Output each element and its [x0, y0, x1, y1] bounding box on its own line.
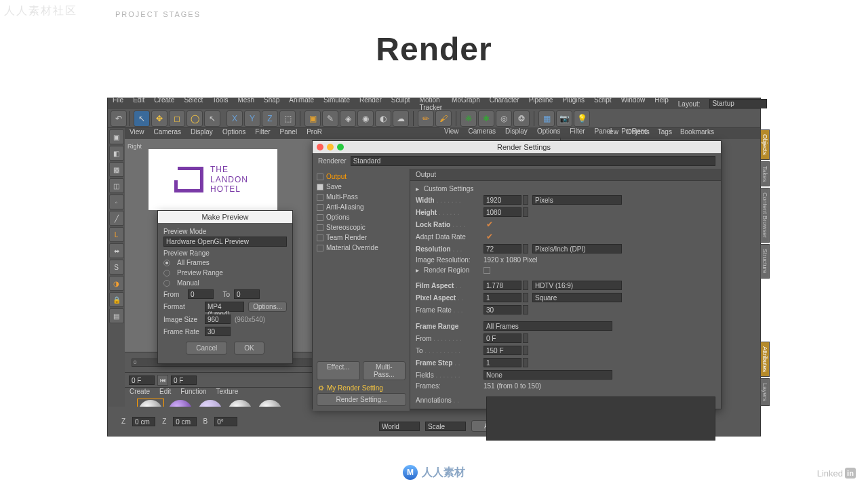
menu-simulate[interactable]: Simulate: [319, 96, 355, 111]
nurbs-icon[interactable]: ◈: [340, 110, 356, 127]
rs-item-checkbox[interactable]: [317, 184, 323, 190]
menu-mograph[interactable]: MoGraph: [447, 96, 485, 111]
rs-item-options[interactable]: Options: [317, 212, 406, 222]
rs-item-checkbox[interactable]: [317, 224, 323, 231]
from-input[interactable]: 0: [188, 289, 214, 299]
mat-menu-create[interactable]: Create: [125, 388, 155, 397]
coord-b-input[interactable]: 0°: [214, 417, 237, 426]
dynamics-icon[interactable]: ◎: [496, 110, 512, 127]
camera-icon[interactable]: 📷: [556, 110, 572, 127]
layout-select[interactable]: Startup: [709, 99, 767, 108]
spinner[interactable]: [523, 244, 528, 253]
rs-item-team-render[interactable]: Team Render: [317, 232, 406, 243]
viewmenu2-view[interactable]: View: [439, 127, 464, 138]
cancel-button[interactable]: Cancel: [186, 342, 227, 354]
coord-z1-input[interactable]: 0 cm: [132, 417, 155, 426]
film-aspect-select[interactable]: HDTV (16:9): [532, 281, 622, 290]
rotate-tool[interactable]: ◯: [186, 110, 203, 127]
viewmenu-options[interactable]: Options: [218, 128, 250, 139]
rs-item-anti-aliasing[interactable]: Anti-Aliasing: [317, 202, 406, 212]
pen-tool-icon[interactable]: ✎: [322, 110, 338, 127]
render-region-checkbox[interactable]: [484, 267, 490, 274]
mat-menu-edit[interactable]: Edit: [155, 388, 176, 397]
mat-menu-function[interactable]: Function: [176, 388, 211, 397]
vtab-objects[interactable]: Objects: [760, 129, 770, 160]
menu-help[interactable]: Help: [650, 96, 673, 111]
sculpt-tool-icon[interactable]: ✏: [418, 110, 434, 127]
rs-item-checkbox[interactable]: [317, 194, 323, 201]
deformer-icon[interactable]: ◐: [375, 110, 391, 127]
menu-sculpt[interactable]: Sculpt: [387, 96, 415, 111]
menu-snap[interactable]: Snap: [259, 96, 284, 111]
radio-preview-range[interactable]: [163, 270, 170, 277]
make-editable-icon[interactable]: ▣: [109, 129, 124, 144]
viewmenu2-display[interactable]: Display: [500, 127, 532, 138]
resolution-input[interactable]: 72: [484, 244, 521, 253]
rs-item-multi-pass[interactable]: Multi-Pass: [317, 192, 406, 202]
viewmenu-pror[interactable]: ProR: [302, 128, 327, 139]
spinner[interactable]: [523, 195, 528, 205]
viewmenu-cameras[interactable]: Cameras: [149, 128, 186, 139]
format-select[interactable]: MP4 (*.mp4): [205, 302, 244, 312]
pixel-aspect-select[interactable]: Square: [532, 293, 622, 302]
spinner[interactable]: [523, 207, 528, 217]
time-current-input[interactable]: 0 F: [171, 375, 197, 385]
simulation-icon[interactable]: ❂: [513, 110, 530, 127]
x-axis-icon[interactable]: X: [226, 110, 243, 127]
format-options-button[interactable]: Options...: [248, 302, 287, 312]
radio-all-frames[interactable]: [163, 260, 170, 266]
undo-button[interactable]: ↶: [111, 110, 127, 127]
viewmenu-view[interactable]: View: [125, 128, 149, 139]
rs-item-checkbox[interactable]: [317, 204, 323, 211]
custom-settings-label[interactable]: Custom Settings: [424, 185, 473, 192]
rs-item-save[interactable]: Save: [317, 182, 406, 192]
polygon-mode-icon[interactable]: L: [109, 227, 124, 242]
viewmenu-filter[interactable]: Filter: [250, 128, 275, 139]
time-start-input[interactable]: 0 F: [129, 375, 155, 385]
menu-mesh[interactable]: Mesh: [233, 96, 259, 111]
mograph-icon[interactable]: ❋: [460, 110, 477, 127]
menu-create[interactable]: Create: [149, 96, 179, 111]
film-aspect-input[interactable]: 1.778: [484, 281, 521, 290]
coord-tool[interactable]: ⬚: [279, 110, 296, 127]
render-setting-button[interactable]: Render Setting...: [317, 393, 406, 406]
rs-item-checkbox[interactable]: [317, 245, 323, 251]
mat-menu-texture[interactable]: Texture: [212, 388, 243, 397]
viewmenu-panel[interactable]: Panel: [275, 128, 302, 139]
spinner[interactable]: [523, 346, 528, 355]
spinner[interactable]: [523, 305, 528, 314]
menu-plugins[interactable]: Plugins: [557, 96, 589, 111]
environment-icon[interactable]: ☁: [393, 110, 409, 127]
rs-item-material-override[interactable]: Material Override: [317, 243, 406, 253]
axis-mode-icon[interactable]: ⬌: [109, 243, 124, 258]
menu-character[interactable]: Character: [485, 96, 524, 111]
z-axis-icon[interactable]: Z: [262, 110, 278, 127]
rs-item-checkbox[interactable]: [317, 235, 323, 241]
workplane-icon[interactable]: ◫: [109, 178, 124, 193]
floor-icon[interactable]: ▦: [538, 110, 555, 127]
mp-frame-rate-input[interactable]: 30: [205, 327, 231, 336]
paint-tool-icon[interactable]: 🖌: [435, 110, 452, 127]
coord-z2-input[interactable]: 0 cm: [173, 417, 196, 426]
rs-item-stereoscopic[interactable]: Stereoscopic: [317, 222, 406, 232]
effect-button[interactable]: Effect...: [317, 361, 360, 380]
ok-button[interactable]: OK: [234, 342, 264, 354]
menu-animate[interactable]: Animate: [284, 96, 319, 111]
viewmenu2-prorenc[interactable]: ProRenc: [616, 127, 652, 138]
model-mode-icon[interactable]: ◧: [109, 146, 124, 161]
viewmenu2-panel[interactable]: Panel: [590, 127, 617, 138]
viewmenu2-options[interactable]: Options: [532, 127, 565, 138]
pixel-aspect-input[interactable]: 1: [484, 293, 521, 302]
menu-motion-tracker[interactable]: Motion Tracker: [415, 96, 448, 111]
viewmenu2-cameras[interactable]: Cameras: [464, 127, 501, 138]
menu-select[interactable]: Select: [179, 96, 208, 111]
to-input[interactable]: 0: [234, 289, 260, 299]
viewport-solo-icon[interactable]: ▤: [109, 308, 124, 323]
rs-to-input[interactable]: 150 F: [484, 346, 521, 355]
objmgr-menu-tags[interactable]: Tags: [654, 128, 676, 139]
minimize-icon[interactable]: [327, 144, 334, 150]
menu-file[interactable]: File: [108, 96, 128, 111]
spinner[interactable]: [523, 293, 528, 302]
image-size-input[interactable]: 960: [205, 314, 231, 324]
vtab-layers[interactable]: Layers: [760, 378, 770, 406]
